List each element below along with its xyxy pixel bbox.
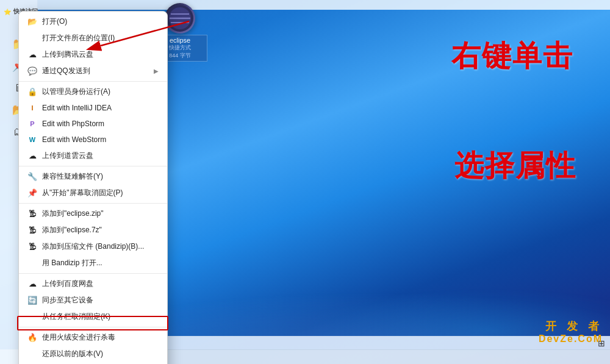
compress-icon: 🗜 — [27, 242, 37, 252]
open-icon: 📂 — [27, 17, 37, 27]
menu-item-open-location[interactable]: 打开文件所在的位置(I) — [19, 30, 167, 46]
menu-item-unpin-taskbar[interactable]: 从任务栏取消固定(K) — [19, 309, 167, 325]
admin-icon: 🔒 — [27, 87, 37, 97]
open-label: 打开(O) — [42, 16, 159, 27]
menu-section-compress: 🗜 添加到"eclipse.zip" 🗜 添加到"eclipse.7z" 🗜 添… — [19, 204, 167, 274]
menu-item-send-qq[interactable]: 💬 通过QQ发送到 ▶ — [19, 63, 167, 79]
menu-item-compat[interactable]: 🔧 兼容性疑难解答(Y) — [19, 168, 167, 185]
location-icon — [27, 34, 37, 43]
webstorm-icon: W — [27, 135, 37, 145]
qq-icon: 💬 — [27, 66, 37, 76]
menu-item-pin-start[interactable]: 📌 从"开始"屏幕取消固定(P) — [19, 185, 167, 201]
zip-icon: 🗜 — [27, 209, 37, 219]
menu-item-add-zip[interactable]: 🗜 添加到"eclipse.zip" — [19, 205, 167, 222]
menu-item-add-compressed[interactable]: 🗜 添加到压缩文件 (Bandizip)(B)... — [19, 238, 167, 255]
watermark: 开 发 者 DevZe.CoM — [539, 319, 603, 344]
pin-start-label: 从"开始"屏幕取消固定(P) — [42, 188, 159, 198]
watermark-line2: DevZe.CoM — [539, 334, 603, 344]
add-zip-label: 添加到"eclipse.zip" — [42, 209, 159, 219]
menu-item-open-bandizip[interactable]: 用 Bandizip 打开... — [19, 255, 167, 271]
unpin-icon — [27, 312, 37, 322]
menu-item-upload-baidu[interactable]: ☁ 上传到百度网盘 — [19, 276, 167, 292]
add-compressed-label: 添加到压缩文件 (Bandizip)(B)... — [42, 241, 159, 252]
upload-baidu-label: 上传到百度网盘 — [42, 279, 159, 289]
menu-section-tools: 🔒 以管理员身份运行(A) I Edit with IntelliJ IDEA … — [19, 82, 167, 166]
sync-label: 同步至其它设备 — [42, 295, 159, 305]
add-7z-label: 添加到"eclipse.7z" — [42, 225, 159, 235]
menu-item-edit-webstorm[interactable]: W Edit with WebStorm — [19, 132, 167, 148]
edit-idea-label: Edit with IntelliJ IDEA — [42, 104, 159, 112]
edit-phpstorm-label: Edit with PhpStorm — [42, 120, 159, 128]
open-location-label: 打开文件所在的位置(I) — [42, 33, 159, 43]
menu-section-antivirus: 🔥 使用火绒安全进行杀毒 还原以前的版本(V) — [19, 327, 167, 364]
upload-qq-label: 上传到腾讯云盘 — [42, 49, 159, 60]
phpstorm-icon: P — [27, 119, 37, 129]
menu-section-open: 📂 打开(O) 打开文件所在的位置(I) ☁ 上传到腾讯云盘 💬 通过QQ发送到… — [19, 12, 167, 82]
watermark-line1: 开 发 者 — [539, 319, 603, 334]
menu-section-cloud: ☁ 上传到百度网盘 🔄 同步至其它设备 从任务栏取消固定(K) — [19, 274, 167, 327]
send-qq-label: 通过QQ发送到 — [42, 66, 149, 76]
menu-item-restore[interactable]: 还原以前的版本(V) — [19, 346, 167, 362]
idea-icon: I — [27, 103, 37, 113]
menu-item-edit-idea[interactable]: I Edit with IntelliJ IDEA — [19, 100, 167, 116]
cloud-icon: ☁ — [27, 151, 37, 161]
annotation-right-click: 右键单击 — [451, 37, 573, 76]
restore-icon — [27, 349, 37, 359]
menu-item-run-admin[interactable]: 🔒 以管理员身份运行(A) — [19, 84, 167, 100]
menu-item-antivirus[interactable]: 🔥 使用火绒安全进行杀毒 — [19, 329, 167, 346]
title-bar — [38, 0, 610, 10]
open-bandizip-label: 用 Bandizip 打开... — [42, 258, 159, 268]
edit-webstorm-label: Edit with WebStorm — [42, 135, 159, 144]
eclipse-icon — [165, 3, 195, 34]
compat-label: 兼容性疑难解答(Y) — [42, 171, 159, 182]
menu-item-sync[interactable]: 🔄 同步至其它设备 — [19, 292, 167, 309]
menu-item-open[interactable]: 📂 打开(O) — [19, 13, 167, 30]
send-qq-arrow: ▶ — [154, 68, 159, 74]
antivirus-icon: 🔥 — [27, 333, 37, 343]
bandizip-icon — [27, 259, 37, 268]
pin-icon: 📌 — [27, 188, 37, 198]
sync-icon: 🔄 — [27, 296, 37, 305]
menu-item-add-7z[interactable]: 🗜 添加到"eclipse.7z" — [19, 222, 167, 238]
antivirus-label: 使用火绒安全进行杀毒 — [42, 332, 159, 343]
restore-label: 还原以前的版本(V) — [42, 349, 159, 359]
context-menu: 📂 打开(O) 打开文件所在的位置(I) ☁ 上传到腾讯云盘 💬 通过QQ发送到… — [18, 11, 168, 364]
menu-item-edit-phpstorm[interactable]: P Edit with PhpStorm — [19, 116, 167, 132]
qq-cloud-icon: ☁ — [27, 50, 37, 60]
run-admin-label: 以管理员身份运行(A) — [42, 87, 159, 97]
menu-item-upload-cloud[interactable]: ☁ 上传到道雲云盘 — [19, 148, 167, 164]
annotation-select-property: 选择属性 — [454, 146, 576, 185]
baidu-icon: ☁ — [27, 279, 37, 289]
upload-cloud-label: 上传到道雲云盘 — [42, 151, 159, 161]
unpin-label: 从任务栏取消固定(K) — [42, 312, 159, 322]
7z-icon: 🗜 — [27, 226, 37, 235]
compat-icon: 🔧 — [27, 172, 37, 182]
menu-section-compat: 🔧 兼容性疑难解答(Y) 📌 从"开始"屏幕取消固定(P) — [19, 166, 167, 204]
menu-item-upload-qq-cloud[interactable]: ☁ 上传到腾讯云盘 — [19, 46, 167, 63]
